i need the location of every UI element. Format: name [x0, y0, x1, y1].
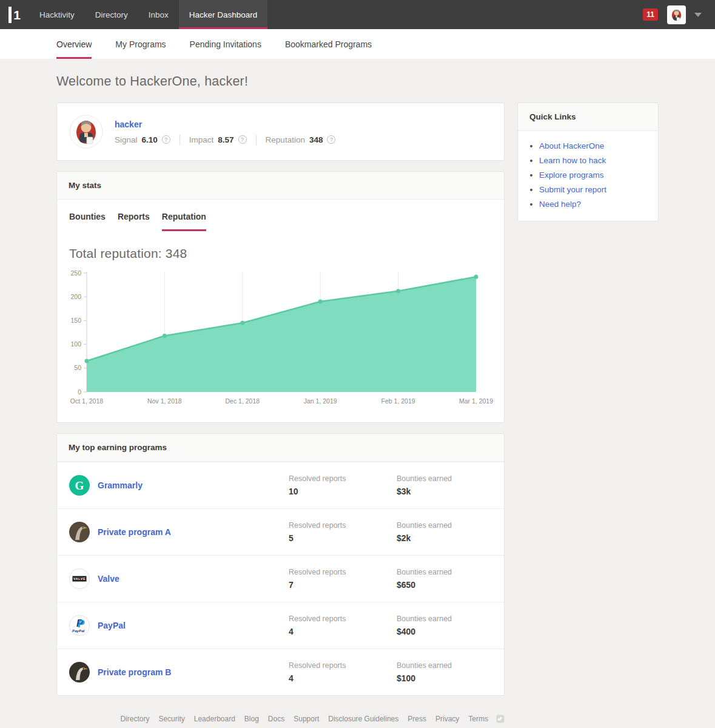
- heron-avatar-dark-icon: [69, 662, 90, 682]
- list-item: Need help?: [539, 200, 647, 209]
- chevron-down-icon[interactable]: [694, 13, 702, 17]
- program-link[interactable]: Grammarly: [98, 480, 143, 490]
- stats-tabs: Bounties Reports Reputation: [69, 212, 492, 231]
- logo-bar: [8, 7, 12, 23]
- bounties-earned-value: $3k: [397, 487, 492, 496]
- footer-link-support[interactable]: Support: [294, 715, 319, 723]
- paypal-logo-icon: P P PayPal: [69, 615, 90, 636]
- impact-label: Impact: [189, 135, 214, 144]
- svg-text:Nov 1, 2018: Nov 1, 2018: [147, 397, 182, 405]
- footer-link-privacy[interactable]: Privacy: [435, 715, 459, 723]
- program-link[interactable]: Private program A: [98, 527, 171, 537]
- help-icon[interactable]: ?: [162, 135, 170, 144]
- tab-overview[interactable]: Overview: [56, 29, 92, 59]
- link-explore-programs[interactable]: Explore programs: [539, 170, 604, 180]
- tab-my-programs[interactable]: My Programs: [115, 29, 166, 59]
- tab-reputation[interactable]: Reputation: [162, 212, 206, 231]
- footer-link-directory[interactable]: Directory: [120, 715, 149, 723]
- profile-stats-row: Signal 6.10 ? Impact 8.57 ? Reputation 3…: [115, 135, 335, 145]
- footer-link-security[interactable]: Security: [158, 715, 184, 723]
- svg-text:100: 100: [70, 340, 81, 348]
- quick-links-card: Quick Links About HackerOne Learn how to…: [517, 103, 659, 221]
- total-reputation-heading: Total reputation: 348: [69, 246, 492, 261]
- resolved-reports-label: Resolved reports: [289, 474, 397, 483]
- valve-logo-icon: VALVE: [69, 568, 90, 589]
- twitter-icon[interactable]: [496, 715, 505, 723]
- footer-link-leaderboard[interactable]: Leaderboard: [194, 715, 235, 723]
- footer-link-press[interactable]: Press: [408, 715, 426, 723]
- user-menu-avatar[interactable]: [667, 5, 686, 24]
- table-row: P P PayPal PayPal Resolved reports 4 Bou…: [57, 602, 504, 649]
- list-item: About HackerOne: [539, 141, 647, 150]
- svg-text:Oct 1, 2018: Oct 1, 2018: [70, 397, 103, 405]
- tab-bookmarked-programs[interactable]: Bookmarked Programs: [285, 29, 372, 59]
- stat-divider: [180, 135, 180, 145]
- nav-item-directory[interactable]: Directory: [85, 0, 138, 29]
- link-learn-how-to-hack[interactable]: Learn how to hack: [539, 156, 606, 165]
- svg-text:250: 250: [70, 269, 81, 277]
- table-row: Private program B Resolved reports 4 Bou…: [57, 649, 504, 695]
- list-item: Learn how to hack: [539, 156, 647, 165]
- resolved-reports-label: Resolved reports: [289, 661, 397, 670]
- svg-text:150: 150: [70, 317, 81, 324]
- resolved-reports-label: Resolved reports: [289, 615, 397, 623]
- svg-text:0: 0: [78, 388, 81, 396]
- tab-bounties[interactable]: Bounties: [69, 212, 106, 231]
- program-link[interactable]: PayPal: [98, 621, 126, 630]
- svg-text:P: P: [78, 619, 85, 629]
- nav-item-hacker-dashboard[interactable]: Hacker Dashboard: [179, 0, 268, 29]
- my-stats-card: My stats Bounties Reports Reputation Tot…: [56, 171, 505, 423]
- quick-links-header: Quick Links: [518, 103, 658, 131]
- program-link[interactable]: Private program B: [98, 667, 171, 677]
- bounties-earned-value: $650: [397, 580, 492, 590]
- bounties-earned-label: Bounties earned: [397, 474, 492, 483]
- footer-link-terms[interactable]: Terms: [468, 715, 488, 723]
- impact-value: 8.57: [218, 135, 233, 144]
- bounties-earned-label: Bounties earned: [397, 615, 492, 623]
- footer-link-blog[interactable]: Blog: [244, 715, 259, 723]
- tab-reports[interactable]: Reports: [118, 212, 150, 231]
- signal-label: Signal: [115, 135, 138, 144]
- page-title: Welcome to HackerOne, hacker!: [56, 74, 659, 89]
- list-item: Explore programs: [539, 170, 647, 180]
- bounties-earned-value: $100: [397, 673, 492, 683]
- footer-link-docs[interactable]: Docs: [268, 715, 284, 723]
- stat-divider: [256, 135, 257, 145]
- topnav-right-group: 11: [643, 0, 715, 29]
- footer: Directory Security Leaderboard Blog Docs…: [56, 715, 505, 728]
- reputation-label: Reputation: [266, 135, 305, 144]
- svg-text:50: 50: [74, 364, 81, 371]
- bounties-earned-value: $400: [397, 627, 492, 636]
- reputation-area-chart: 050100150200250Oct 1, 2018Nov 1, 2018Dec…: [69, 267, 493, 409]
- hacker-avatar[interactable]: [69, 115, 103, 149]
- link-about-hackerone[interactable]: About HackerOne: [539, 141, 604, 150]
- program-link[interactable]: Valve: [98, 574, 119, 584]
- table-row: Private program A Resolved reports 5 Bou…: [57, 508, 504, 555]
- notification-badge[interactable]: 11: [643, 8, 658, 21]
- svg-text:Mar 1, 2019: Mar 1, 2019: [459, 397, 493, 405]
- nav-item-hacktivity[interactable]: Hacktivity: [29, 0, 85, 29]
- profile-summary-card: hacker Signal 6.10 ? Impact 8.57 ? Reput…: [56, 103, 505, 161]
- table-row: G Grammarly Resolved reports 10 Bounties…: [57, 462, 504, 508]
- heron-avatar-icon: [69, 522, 90, 542]
- quick-links-list: About HackerOne Learn how to hack Explor…: [529, 141, 647, 209]
- svg-text:200: 200: [70, 293, 81, 300]
- username-link[interactable]: hacker: [115, 120, 142, 129]
- nav-item-inbox[interactable]: Inbox: [138, 0, 179, 29]
- help-icon[interactable]: ?: [238, 135, 247, 144]
- tab-pending-invitations[interactable]: Pending Invitations: [190, 29, 261, 59]
- svg-text:G: G: [75, 479, 84, 492]
- svg-text:Jan 1, 2019: Jan 1, 2019: [304, 397, 337, 405]
- bounties-earned-label: Bounties earned: [397, 568, 492, 576]
- link-need-help[interactable]: Need help?: [539, 200, 581, 209]
- logo-one: 1: [13, 7, 21, 29]
- help-icon[interactable]: ?: [327, 135, 335, 144]
- footer-link-disclosure-guidelines[interactable]: Disclosure Guidelines: [328, 715, 398, 723]
- resolved-reports-value: 4: [289, 673, 397, 683]
- svg-text:PayPal: PayPal: [72, 629, 85, 633]
- link-submit-your-report[interactable]: Submit your report: [539, 185, 606, 194]
- table-row: VALVE Valve Resolved reports 7 Bounties …: [57, 555, 504, 602]
- reputation-value: 348: [309, 135, 323, 144]
- resolved-reports-value: 10: [289, 487, 397, 496]
- hackerone-logo[interactable]: 1: [0, 0, 29, 29]
